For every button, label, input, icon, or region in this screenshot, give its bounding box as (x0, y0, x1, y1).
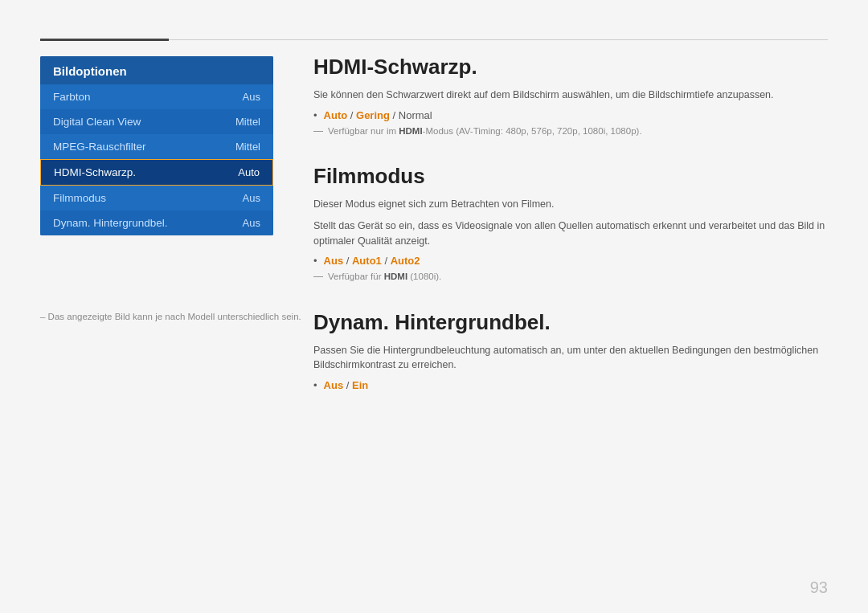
bullet-icon-film: • (313, 255, 317, 267)
sidebar-header: Bildoptionen (40, 56, 273, 84)
sidebar-item-mpeg-label: MPEG-Rauschfilter (53, 141, 146, 153)
section-hdmi-options: Auto / Gering / Normal (324, 109, 432, 121)
sidebar-item-hdmi-schwarzp[interactable]: HDMI-Schwarzp. Auto (40, 159, 273, 186)
sidebar-note: – Das angezeigte Bild kann je nach Model… (40, 312, 301, 321)
section-filmmodus-desc2: Stellt das Gerät so ein, dass es Videosi… (313, 219, 828, 249)
section-dynam-options: Aus / Ein (324, 379, 369, 391)
option-normal: Normal (399, 109, 432, 121)
hdmi-bold-film: HDMI (384, 272, 407, 281)
sidebar-item-dynam[interactable]: Dynam. Hintergrundbel. Aus (40, 210, 273, 235)
top-rules (40, 39, 828, 41)
section-dynam: Dynam. Hintergrundbel. Passen Sie die Hi… (313, 310, 828, 392)
section-dynam-title: Dynam. Hintergrundbel. (313, 310, 828, 335)
section-hdmi-title: HDMI-Schwarzp. (313, 55, 828, 80)
sidebar-menu: Bildoptionen Farbton Aus Digital Clean V… (40, 56, 273, 235)
option-auto1: Auto1 (352, 255, 382, 267)
option-sep-dynam: / (346, 379, 352, 391)
section-dynam-desc: Passen Sie die Hintergrundbeleuchtung au… (313, 343, 828, 374)
section-hdmi-note: Verfügbar nur im HDMI-Modus (AV-Timing: … (328, 125, 642, 138)
section-hdmi-note-line: — Verfügbar nur im HDMI-Modus (AV-Timing… (313, 125, 828, 138)
option-gering: Gering (356, 109, 390, 121)
section-filmmodus: Filmmodus Dieser Modus eignet sich zum B… (313, 164, 828, 284)
sidebar-item-filmmodus-value: Aus (243, 192, 260, 204)
sidebar-item-digital-clean-value: Mittel (235, 116, 260, 128)
sidebar-item-filmmodus-label: Filmmodus (53, 192, 106, 204)
option-aus-dynam: Aus (324, 379, 344, 391)
page-number: 93 (810, 578, 828, 597)
sidebar-item-farbton-label: Farbton (53, 91, 91, 103)
sidebar-item-hdmi-schwarzp-value: Auto (238, 166, 260, 178)
main-content: HDMI-Schwarzp. Sie können den Schwarzwer… (313, 55, 828, 581)
option-sep1: / (350, 109, 356, 121)
sidebar-item-dynam-label: Dynam. Hintergrundbel. (53, 217, 168, 229)
option-sep2: / (393, 109, 399, 121)
rule-dark (40, 39, 169, 41)
rule-light (169, 39, 828, 40)
sidebar-item-farbton[interactable]: Farbton Aus (40, 84, 273, 109)
section-filmmodus-note: Verfügbar für HDMI (1080i). (328, 270, 441, 284)
hdmi-bold: HDMI (399, 126, 422, 136)
section-filmmodus-title: Filmmodus (313, 164, 828, 189)
section-filmmodus-note-line: — Verfügbar für HDMI (1080i). (313, 270, 828, 284)
option-auto2: Auto2 (391, 255, 420, 267)
option-sep-film2: / (384, 255, 390, 267)
section-filmmodus-bullet: • Aus / Auto1 / Auto2 (313, 255, 828, 267)
option-ein-dynam: Ein (352, 379, 368, 391)
sidebar-item-farbton-value: Aus (243, 91, 260, 103)
section-filmmodus-desc1: Dieser Modus eignet sich zum Betrachten … (313, 197, 828, 212)
note-dash: — (313, 125, 323, 137)
sidebar-item-filmmodus[interactable]: Filmmodus Aus (40, 186, 273, 210)
section-hdmi-bullet: • Auto / Gering / Normal (313, 109, 828, 121)
sidebar-item-digital-clean-label: Digital Clean View (53, 116, 141, 128)
option-sep-film1: / (346, 255, 352, 267)
section-hdmi: HDMI-Schwarzp. Sie können den Schwarzwer… (313, 55, 828, 138)
sidebar-item-mpeg-value: Mittel (235, 141, 260, 153)
section-dynam-bullet: • Aus / Ein (313, 379, 828, 391)
sidebar-item-digital-clean[interactable]: Digital Clean View Mittel (40, 109, 273, 134)
note-dash-film: — (313, 271, 323, 282)
bullet-icon-dynam: • (313, 379, 317, 391)
section-filmmodus-options: Aus / Auto1 / Auto2 (324, 255, 420, 267)
sidebar-item-mpeg[interactable]: MPEG-Rauschfilter Mittel (40, 134, 273, 159)
option-auto: Auto (324, 109, 348, 121)
bullet-icon: • (313, 109, 317, 121)
section-hdmi-desc: Sie können den Schwarzwert direkt auf de… (313, 88, 828, 103)
option-aus-film: Aus (324, 255, 344, 267)
sidebar-item-dynam-value: Aus (243, 217, 260, 229)
sidebar-item-hdmi-schwarzp-label: HDMI-Schwarzp. (54, 166, 136, 178)
